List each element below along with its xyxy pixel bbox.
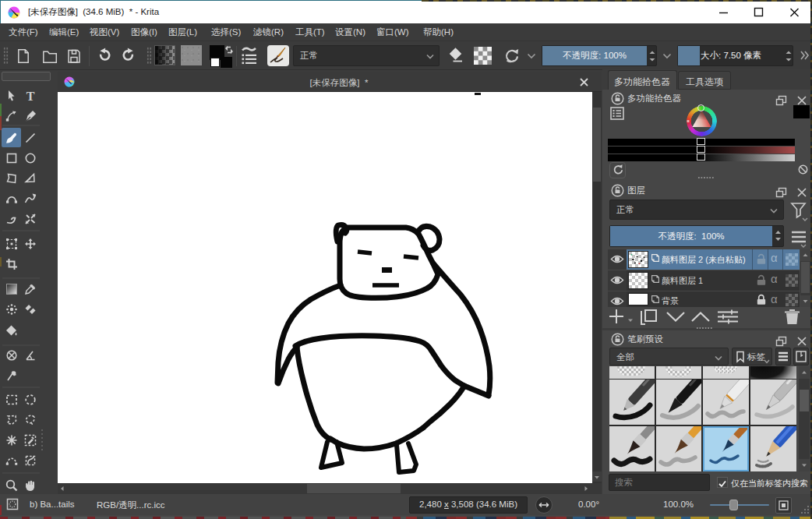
svg-text:T: T	[26, 90, 35, 103]
